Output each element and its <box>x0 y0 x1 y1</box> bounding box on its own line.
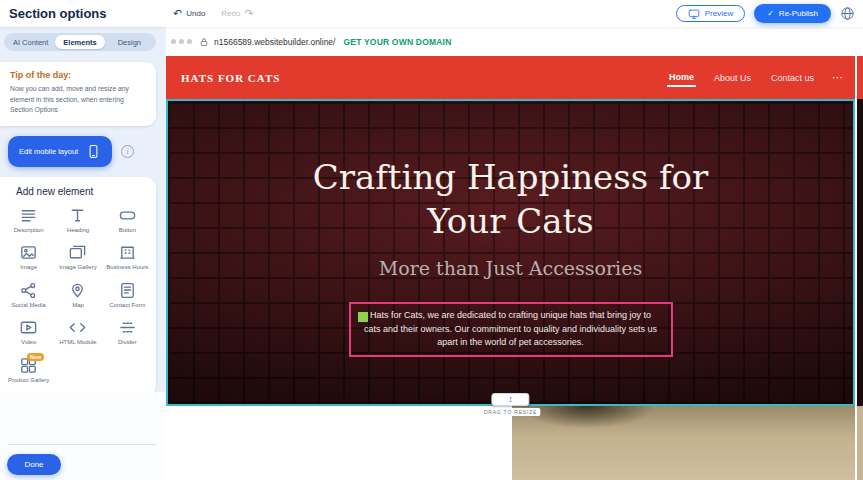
preview-button[interactable]: Preview <box>676 5 745 22</box>
section-resize-control: ↕ DRAG TO RESIZE <box>481 393 540 416</box>
image-gallery-icon <box>68 243 87 262</box>
hero-paragraph-element[interactable]: Hats for Cats, we are dedicated to craft… <box>349 302 673 357</box>
tip-of-the-day-card: Tip of the day: Now you can add, move an… <box>0 62 156 126</box>
window-dots <box>171 39 192 44</box>
divider-icon <box>118 318 137 337</box>
resize-arrows-icon: ↕ <box>508 395 513 404</box>
redo-button[interactable]: Redo ↷ <box>221 8 253 19</box>
info-icon[interactable]: i <box>121 145 134 158</box>
edit-mobile-layout-label: Edit mobile layout <box>19 147 78 156</box>
nav-item-about-us[interactable]: About Us <box>712 69 753 86</box>
url-text[interactable]: n1566589.websitebuilder.online/ <box>214 37 335 47</box>
element-item-product-gallery[interactable]: New Product Gallery <box>4 356 53 385</box>
topbar: Section options ↶ Undo Redo ↷ Preview ✓ … <box>0 0 863 27</box>
video-icon <box>19 318 38 337</box>
element-drag-handle[interactable] <box>358 312 368 322</box>
browser-chrome: n1566589.websitebuilder.online/ GET YOUR… <box>166 27 863 56</box>
lock-icon <box>199 36 209 48</box>
image-icon <box>19 243 38 262</box>
get-own-domain-link[interactable]: GET YOUR OWN DOMAIN <box>343 37 451 47</box>
button-icon <box>118 206 137 225</box>
sidebar-tabs: AI Content Elements Design <box>4 33 156 51</box>
tip-title: Tip of the day: <box>10 70 146 80</box>
app-window: Section options ↶ Undo Redo ↷ Preview ✓ … <box>0 0 863 480</box>
element-item-heading[interactable]: Heading <box>53 206 102 235</box>
tab-design[interactable]: Design <box>105 35 154 49</box>
element-item-contact-form[interactable]: Contact Form <box>103 281 152 310</box>
new-badge: New <box>27 353 44 361</box>
sidebar-footer: Done <box>0 392 166 480</box>
element-item-html-module[interactable]: HTML Module <box>53 318 102 347</box>
nav-more-icon[interactable]: ⋯ <box>832 71 843 84</box>
business-hours-icon <box>118 243 137 262</box>
tip-body: Now you can add, move and resize any ele… <box>10 84 146 116</box>
window-dot <box>187 39 192 44</box>
next-section-image <box>512 406 855 480</box>
hero-subheading[interactable]: More than Just Accessories <box>168 257 853 279</box>
site-header[interactable]: HATS FOR CATS Home About Us Contact us ⋯ <box>166 56 855 99</box>
redo-label: Redo <box>221 9 240 18</box>
history-controls: ↶ Undo Redo ↷ <box>173 8 254 19</box>
topbar-actions: Preview ✓ Re-Publish <box>676 4 855 23</box>
republish-button[interactable]: ✓ Re-Publish <box>754 4 831 23</box>
description-icon <box>19 206 38 225</box>
window-dot <box>171 39 176 44</box>
resize-hint-label: DRAG TO RESIZE <box>481 408 540 416</box>
heading-icon <box>68 206 87 225</box>
next-section[interactable] <box>166 406 855 480</box>
element-item-divider[interactable]: Divider <box>103 318 152 347</box>
hero-paragraph-text: Hats for Cats, we are dedicated to craft… <box>361 309 661 350</box>
preview-label: Preview <box>705 9 733 18</box>
window-dot <box>179 39 184 44</box>
add-element-panel: Add new element Description Heading Butt… <box>0 177 156 397</box>
hero-section-selected[interactable]: Crafting Happiness for Your Cats More th… <box>166 99 855 406</box>
page-edge-strip <box>857 27 863 480</box>
element-item-business-hours[interactable]: Business Hours <box>103 243 152 272</box>
main-layout: AI Content Elements Design Tip of the da… <box>0 27 863 480</box>
contact-form-icon <box>118 281 137 300</box>
section-resize-handle[interactable]: ↕ <box>492 393 530 406</box>
site-nav: Home About Us Contact us ⋯ <box>667 68 843 87</box>
tab-elements[interactable]: Elements <box>55 35 104 49</box>
globe-icon[interactable] <box>840 6 855 21</box>
add-element-title: Add new element <box>16 186 152 197</box>
element-item-image[interactable]: Image <box>4 243 53 272</box>
undo-label: Undo <box>186 9 205 18</box>
site-logo[interactable]: HATS FOR CATS <box>181 72 280 84</box>
element-item-button[interactable]: Button <box>103 206 152 235</box>
element-item-social-media[interactable]: Social Media <box>4 281 53 310</box>
map-icon <box>68 281 87 300</box>
element-item-image-gallery[interactable]: Image Gallery <box>53 243 102 272</box>
check-icon: ✓ <box>767 9 774 18</box>
undo-icon: ↶ <box>173 8 182 19</box>
done-button[interactable]: Done <box>7 454 61 475</box>
monitor-icon <box>688 8 700 20</box>
nav-item-contact-us[interactable]: Contact us <box>769 69 816 86</box>
element-grid: Description Heading Button Image <box>4 206 152 385</box>
republish-label: Re-Publish <box>779 9 818 18</box>
site-canvas: HATS FOR CATS Home About Us Contact us ⋯… <box>166 56 855 480</box>
redo-icon: ↷ <box>244 8 253 19</box>
element-item-map[interactable]: Map <box>53 281 102 310</box>
footer-divider <box>8 444 156 445</box>
phone-icon <box>86 144 101 159</box>
hero-heading[interactable]: Crafting Happiness for Your Cats <box>301 155 721 243</box>
page-title: Section options <box>9 6 107 21</box>
element-item-video[interactable]: Video <box>4 318 53 347</box>
sidebar: AI Content Elements Design Tip of the da… <box>0 27 166 480</box>
undo-button[interactable]: ↶ Undo <box>173 8 205 19</box>
edit-mobile-layout-button[interactable]: Edit mobile layout <box>8 136 112 167</box>
mobile-layout-row: Edit mobile layout i <box>8 136 156 167</box>
nav-item-home[interactable]: Home <box>667 68 696 87</box>
social-media-icon <box>19 281 38 300</box>
element-item-description[interactable]: Description <box>4 206 53 235</box>
browser-preview: n1566589.websitebuilder.online/ GET YOUR… <box>166 27 863 480</box>
html-module-icon <box>68 318 87 337</box>
tab-ai-content[interactable]: AI Content <box>6 35 55 49</box>
